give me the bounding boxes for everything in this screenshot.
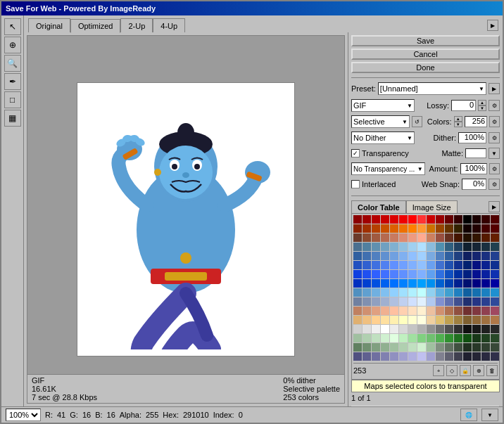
color-cell[interactable] <box>472 233 481 242</box>
color-cell[interactable] <box>372 215 380 224</box>
color-cell[interactable] <box>436 316 444 324</box>
color-cell[interactable] <box>417 288 426 297</box>
palette-rebuild-icon[interactable]: ↺ <box>412 116 422 127</box>
color-cell[interactable] <box>417 233 426 242</box>
color-cell[interactable] <box>427 279 435 288</box>
dither-pct-input[interactable]: 100% <box>458 132 486 143</box>
color-cell[interactable] <box>454 279 462 288</box>
color-cell[interactable] <box>399 279 408 288</box>
color-cell[interactable] <box>427 325 435 333</box>
color-cell[interactable] <box>472 279 481 288</box>
color-cell[interactable] <box>481 352 490 361</box>
color-cell[interactable] <box>472 297 481 306</box>
color-cell[interactable] <box>436 215 444 224</box>
color-cell[interactable] <box>472 270 481 278</box>
color-cell[interactable] <box>463 252 472 260</box>
color-cell[interactable] <box>472 316 481 324</box>
color-cell[interactable] <box>408 334 417 342</box>
color-cell[interactable] <box>417 252 426 260</box>
color-cell[interactable] <box>481 279 490 288</box>
color-cell[interactable] <box>491 352 499 361</box>
color-cell[interactable] <box>408 261 417 269</box>
color-cell[interactable] <box>390 288 398 297</box>
add-color-icon[interactable]: + <box>433 365 444 376</box>
color-cell[interactable] <box>454 252 462 260</box>
color-cell[interactable] <box>363 215 371 224</box>
color-cell[interactable] <box>408 297 417 306</box>
color-cell[interactable] <box>381 325 389 333</box>
color-cell[interactable] <box>454 261 462 269</box>
color-cell[interactable] <box>353 297 362 306</box>
color-cell[interactable] <box>372 307 380 315</box>
tab-image-size[interactable]: Image Size <box>406 200 458 213</box>
color-cell[interactable] <box>463 334 472 342</box>
color-cell[interactable] <box>445 352 453 361</box>
color-cell[interactable] <box>399 270 408 278</box>
color-cell[interactable] <box>472 334 481 342</box>
color-cell[interactable] <box>436 325 444 333</box>
color-cell[interactable] <box>463 325 472 333</box>
color-cell[interactable] <box>363 224 371 233</box>
color-cell[interactable] <box>417 215 426 224</box>
color-cell[interactable] <box>491 316 499 324</box>
color-cell[interactable] <box>427 224 435 233</box>
color-cell[interactable] <box>363 279 371 288</box>
color-cell[interactable] <box>481 233 490 242</box>
color-cell[interactable] <box>381 224 389 233</box>
color-cell[interactable] <box>454 352 462 361</box>
color-cell[interactable] <box>372 352 380 361</box>
color-cell[interactable] <box>353 343 362 352</box>
color-cell[interactable] <box>363 233 371 242</box>
color-cell[interactable] <box>381 307 389 315</box>
color-cell[interactable] <box>491 279 499 288</box>
color-cell[interactable] <box>381 288 389 297</box>
color-cell[interactable] <box>372 279 380 288</box>
color-cell[interactable] <box>390 243 398 251</box>
color-cell[interactable] <box>417 279 426 288</box>
preset-select[interactable]: [Unnamed] ▼ <box>378 82 486 95</box>
color-cell[interactable] <box>427 334 435 342</box>
format-select[interactable]: GIF ▼ <box>351 99 415 112</box>
color-cell[interactable] <box>454 297 462 306</box>
color-cell[interactable] <box>363 316 371 324</box>
color-cell[interactable] <box>445 252 453 260</box>
color-cell[interactable] <box>390 334 398 342</box>
color-cell[interactable] <box>408 243 417 251</box>
color-cell[interactable] <box>408 270 417 278</box>
color-cell[interactable] <box>454 288 462 297</box>
color-cell[interactable] <box>427 288 435 297</box>
color-cell[interactable] <box>481 307 490 315</box>
color-cell[interactable] <box>417 352 426 361</box>
color-cell[interactable] <box>481 334 490 342</box>
cancel-button[interactable]: Cancel <box>351 49 500 60</box>
color-cell[interactable] <box>491 270 499 278</box>
tab-arrow-btn[interactable]: ▶ <box>487 20 498 31</box>
color-cell[interactable] <box>381 243 389 251</box>
color-cell[interactable] <box>363 352 371 361</box>
color-cell[interactable] <box>363 325 371 333</box>
dither-pct-menu-icon[interactable]: ⚙ <box>489 132 500 143</box>
color-cell[interactable] <box>417 307 426 315</box>
color-cell[interactable] <box>436 343 444 352</box>
color-cell[interactable] <box>399 288 408 297</box>
color-cell[interactable] <box>353 224 362 233</box>
color-cell[interactable] <box>381 352 389 361</box>
color-table-menu-icon[interactable]: ▶ <box>489 201 500 212</box>
color-cell[interactable] <box>363 270 371 278</box>
color-cell[interactable] <box>472 307 481 315</box>
color-cell[interactable] <box>408 307 417 315</box>
palette-select[interactable]: Selective ▼ <box>351 115 410 128</box>
color-cell[interactable] <box>463 279 472 288</box>
color-cell[interactable] <box>390 316 398 324</box>
color-cell[interactable] <box>417 325 426 333</box>
colors-down-icon[interactable]: ▼ <box>454 122 462 127</box>
color-cell[interactable] <box>372 261 380 269</box>
color-cell[interactable] <box>481 343 490 352</box>
color-cell[interactable] <box>381 343 389 352</box>
color-cell[interactable] <box>491 325 499 333</box>
color-cell[interactable] <box>445 233 453 242</box>
color-cell[interactable] <box>445 261 453 269</box>
color-cell[interactable] <box>353 325 362 333</box>
color-cell[interactable] <box>353 233 362 242</box>
color-cell[interactable] <box>363 307 371 315</box>
